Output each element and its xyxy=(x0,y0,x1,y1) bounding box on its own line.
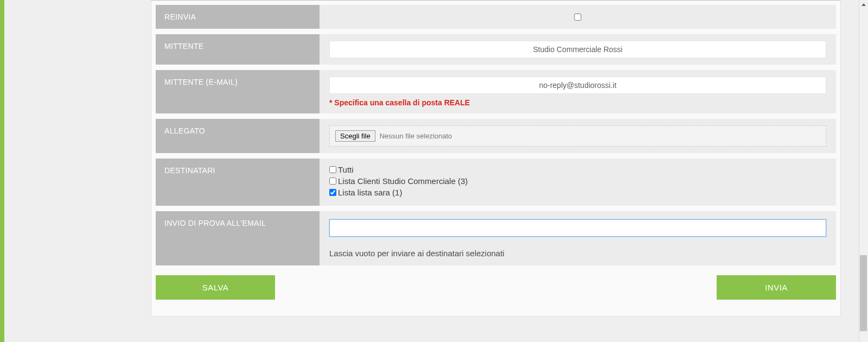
dest-label-clienti: Lista Clienti Studio Commerciale (3) xyxy=(338,176,468,186)
mittente-email-hint: * Specifica una casella di posta REALE xyxy=(329,98,826,107)
control-destinatari: Tutti Lista Clienti Studio Commerciale (… xyxy=(320,159,836,206)
row-invio-prova: INVIO DI PROVA ALL'EMAIL Lascia vuoto pe… xyxy=(156,211,836,265)
scrollbar[interactable] xyxy=(859,0,868,342)
row-mittente-email: MITTENTE (E-MAIL) * Specifica una casell… xyxy=(156,70,836,113)
control-allegato: Scegli file Nessun file selezionato xyxy=(320,119,836,153)
label-reinvia: REINVIA xyxy=(156,5,320,29)
file-choose-button[interactable]: Scegli file xyxy=(335,130,375,142)
button-row: SALVA INVIA xyxy=(156,275,836,300)
control-reinvia xyxy=(320,5,836,29)
scroll-up-icon[interactable] xyxy=(859,0,868,9)
row-destinatari: DESTINATARI Tutti Lista Clienti Studio C… xyxy=(156,159,836,206)
save-button[interactable]: SALVA xyxy=(156,275,275,300)
dest-option-sara: Lista lista sara (1) xyxy=(329,188,826,197)
reinvia-checkbox[interactable] xyxy=(320,14,836,21)
file-input-wrap[interactable]: Scegli file Nessun file selezionato xyxy=(329,125,826,147)
control-mittente-email: * Specifica una casella di posta REALE xyxy=(320,70,836,113)
label-mittente: MITTENTE xyxy=(156,34,320,65)
control-mittente xyxy=(320,34,836,65)
mittente-email-input[interactable] xyxy=(329,77,826,94)
file-status-text: Nessun file selezionato xyxy=(380,132,452,140)
dest-option-clienti: Lista Clienti Studio Commerciale (3) xyxy=(329,176,826,186)
label-destinatari: DESTINATARI xyxy=(156,159,320,206)
label-invio-prova: INVIO DI PROVA ALL'EMAIL xyxy=(156,211,320,265)
form-container: REINVIA MITTENTE MITTENTE (E-MAIL) * Spe… xyxy=(151,0,841,316)
invio-prova-hint: Lascia vuoto per inviare ai destinatari … xyxy=(329,249,826,258)
dest-label-tutti: Tutti xyxy=(338,165,354,174)
control-invio-prova: Lascia vuoto per inviare ai destinatari … xyxy=(320,211,836,265)
dest-checkbox-clienti[interactable] xyxy=(329,178,336,185)
row-mittente: MITTENTE xyxy=(156,34,836,65)
content-area: REINVIA MITTENTE MITTENTE (E-MAIL) * Spe… xyxy=(4,0,868,342)
send-button[interactable]: INVIA xyxy=(717,275,836,300)
dest-checkbox-tutti[interactable] xyxy=(329,166,336,173)
accent-bar xyxy=(0,0,4,342)
label-mittente-email: MITTENTE (E-MAIL) xyxy=(156,70,320,113)
dest-option-tutti: Tutti xyxy=(329,165,826,174)
dest-label-sara: Lista lista sara (1) xyxy=(338,188,402,197)
row-allegato: ALLEGATO Scegli file Nessun file selezio… xyxy=(156,119,836,153)
mittente-input[interactable] xyxy=(329,41,826,58)
scroll-thumb[interactable] xyxy=(860,255,867,331)
invio-prova-input[interactable] xyxy=(329,219,826,237)
row-reinvia: REINVIA xyxy=(156,5,836,29)
label-allegato: ALLEGATO xyxy=(156,119,320,153)
dest-checkbox-sara[interactable] xyxy=(329,189,336,196)
